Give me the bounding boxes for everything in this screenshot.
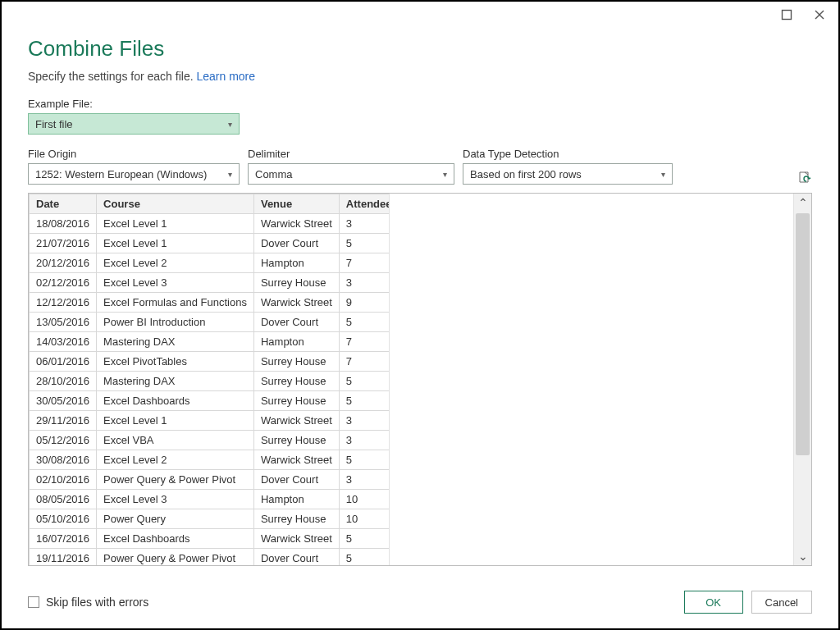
table-cell: 28/10/2016 (30, 372, 97, 391)
refresh-preview-button[interactable] (797, 170, 812, 185)
table-cell: Surrey House (253, 273, 339, 293)
scroll-up-arrow-icon[interactable]: ⌃ (794, 194, 811, 212)
scroll-down-arrow-icon[interactable]: ⌄ (794, 547, 811, 565)
preview-table-area: DateCourseVenueAttendees 18/08/2016Excel… (29, 194, 390, 565)
preview-empty-area (390, 194, 793, 565)
table-cell: 30/05/2016 (30, 391, 97, 411)
table-cell: 5 (339, 529, 390, 549)
table-row[interactable]: 02/10/2016Power Query & Power PivotDover… (30, 470, 390, 490)
scrollbar-thumb[interactable] (796, 213, 810, 455)
column-header[interactable]: Date (30, 194, 97, 214)
table-cell: Excel Level 3 (97, 273, 254, 293)
table-cell: Excel Level 1 (97, 411, 254, 431)
table-row[interactable]: 21/07/2016Excel Level 1Dover Court5 (30, 234, 390, 253)
delimiter-value: Comma (255, 168, 293, 180)
table-cell: Hampton (253, 332, 339, 352)
table-cell: Excel Level 2 (97, 450, 254, 470)
chevron-down-icon: ▾ (228, 170, 232, 179)
table-row[interactable]: 18/08/2016Excel Level 1Warwick Street3 (30, 214, 390, 234)
table-cell: 5 (339, 450, 390, 470)
skip-files-label: Skip files with errors (46, 596, 148, 609)
detection-value: Based on first 200 rows (470, 168, 582, 180)
table-cell: Dover Court (253, 313, 339, 332)
table-cell: Mastering DAX (97, 372, 254, 391)
subtitle-text: Specify the settings for each file. (28, 70, 196, 83)
ok-button-label: OK (705, 596, 721, 609)
table-cell: 05/10/2016 (30, 509, 97, 529)
skip-files-checkbox[interactable] (28, 596, 39, 608)
table-cell: 30/08/2016 (30, 450, 97, 470)
table-row[interactable]: 06/01/2016Excel PivotTablesSurrey House7 (30, 352, 390, 372)
delimiter-dropdown[interactable]: Comma ▾ (248, 163, 454, 185)
table-cell: 7 (339, 332, 390, 352)
table-cell: Surrey House (253, 431, 339, 450)
table-cell: Surrey House (253, 509, 339, 529)
table-cell: 02/12/2016 (30, 273, 97, 293)
cancel-button-label: Cancel (765, 596, 798, 609)
parse-options-row: File Origin 1252: Western European (Wind… (28, 148, 812, 185)
chevron-down-icon: ▾ (661, 170, 665, 179)
column-header[interactable]: Course (97, 194, 254, 214)
column-header[interactable]: Venue (253, 194, 339, 214)
table-cell: Power Query (97, 509, 254, 529)
table-cell: Excel Dashboards (97, 529, 254, 549)
table-row[interactable]: 12/12/2016Excel Formulas and FunctionsWa… (30, 293, 390, 313)
ok-button[interactable]: OK (684, 591, 743, 614)
table-row[interactable]: 02/12/2016Excel Level 3Surrey House3 (30, 273, 390, 293)
table-cell: Excel Level 3 (97, 490, 254, 509)
table-row[interactable]: 14/03/2016Mastering DAXHampton7 (30, 332, 390, 352)
column-header[interactable]: Attendees (339, 194, 390, 214)
table-row[interactable]: 05/12/2016Excel VBASurrey House3 (30, 431, 390, 450)
table-cell: Hampton (253, 253, 339, 273)
table-row[interactable]: 30/05/2016Excel DashboardsSurrey House5 (30, 391, 390, 411)
table-cell: Power Query & Power Pivot (97, 470, 254, 490)
vertical-scrollbar[interactable]: ⌃ ⌄ (793, 194, 811, 565)
dialog-title: Combine Files (28, 36, 812, 62)
table-cell: 14/03/2016 (30, 332, 97, 352)
table-cell: 13/05/2016 (30, 313, 97, 332)
table-cell: Surrey House (253, 352, 339, 372)
cancel-button[interactable]: Cancel (751, 591, 812, 614)
table-row[interactable]: 13/05/2016Power BI IntroductionDover Cou… (30, 313, 390, 332)
table-row[interactable]: 16/07/2016Excel DashboardsWarwick Street… (30, 529, 390, 549)
table-cell: Excel PivotTables (97, 352, 254, 372)
dialog-footer: Skip files with errors OK Cancel (2, 579, 838, 628)
detection-param: Data Type Detection Based on first 200 r… (463, 148, 673, 185)
table-cell: 3 (339, 214, 390, 234)
table-cell: Excel VBA (97, 431, 254, 450)
table-cell: 3 (339, 273, 390, 293)
learn-more-link[interactable]: Learn more (196, 70, 255, 83)
table-cell: 29/11/2016 (30, 411, 97, 431)
table-row[interactable]: 19/11/2016Power Query & Power PivotDover… (30, 549, 390, 566)
table-cell: Warwick Street (253, 529, 339, 549)
table-cell: 02/10/2016 (30, 470, 97, 490)
maximize-button[interactable] (779, 7, 794, 22)
table-cell: 7 (339, 253, 390, 273)
detection-dropdown[interactable]: Based on first 200 rows ▾ (463, 163, 673, 185)
table-row[interactable]: 08/05/2016Excel Level 3Hampton10 (30, 490, 390, 509)
example-file-dropdown[interactable]: First file ▾ (28, 113, 240, 135)
table-cell: 08/05/2016 (30, 490, 97, 509)
table-cell: 7 (339, 352, 390, 372)
file-origin-dropdown[interactable]: 1252: Western European (Windows) ▾ (28, 163, 240, 185)
table-cell: Excel Level 1 (97, 214, 254, 234)
table-row[interactable]: 30/08/2016Excel Level 2Warwick Street5 (30, 450, 390, 470)
table-cell: 3 (339, 470, 390, 490)
table-row[interactable]: 20/12/2016Excel Level 2Hampton7 (30, 253, 390, 273)
file-origin-value: 1252: Western European (Windows) (35, 168, 207, 180)
skip-files-option[interactable]: Skip files with errors (28, 596, 148, 609)
table-row[interactable]: 28/10/2016Mastering DAXSurrey House5 (30, 372, 390, 391)
table-cell: Excel Level 2 (97, 253, 254, 273)
dialog-subtitle: Specify the settings for each file. Lear… (28, 70, 812, 83)
file-origin-param: File Origin 1252: Western European (Wind… (28, 148, 240, 185)
table-cell: Warwick Street (253, 293, 339, 313)
table-row[interactable]: 29/11/2016Excel Level 1Warwick Street3 (30, 411, 390, 431)
table-cell: Warwick Street (253, 411, 339, 431)
table-cell: Power BI Introduction (97, 313, 254, 332)
table-cell: 10 (339, 490, 390, 509)
table-row[interactable]: 05/10/2016Power QuerySurrey House10 (30, 509, 390, 529)
close-button[interactable] (812, 7, 827, 22)
example-file-value: First file (35, 118, 73, 130)
dialog-content: Combine Files Specify the settings for e… (2, 28, 838, 579)
svg-rect-0 (783, 11, 792, 20)
